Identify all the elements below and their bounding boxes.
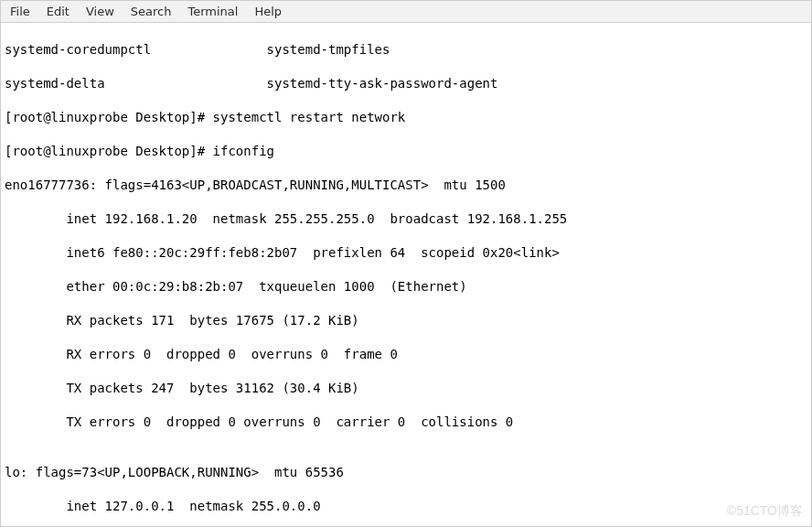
output-line: RX packets 171 bytes 17675 (17.2 KiB) (5, 312, 807, 328)
output-line: RX errors 0 dropped 0 overruns 0 frame 0 (5, 346, 807, 362)
output-line: TX errors 0 dropped 0 overruns 0 carrier… (5, 414, 807, 430)
output-line: systemd-coredumpctl systemd-tmpfiles (5, 41, 807, 58)
output-line: TX packets 247 bytes 31162 (30.4 KiB) (5, 380, 807, 396)
menu-edit[interactable]: Edit (47, 5, 69, 18)
output-line: inet6 fe80::20c:29ff:feb8:2b07 prefixlen… (5, 244, 807, 261)
output-line: eno16777736: flags=4163<UP,BROADCAST,RUN… (5, 177, 807, 193)
menu-help[interactable]: Help (254, 5, 282, 18)
prompt-line: [root@linuxprobe Desktop]# ifconfig (5, 143, 807, 159)
menu-file[interactable]: File (10, 5, 30, 18)
menu-terminal[interactable]: Terminal (187, 5, 238, 18)
menu-view[interactable]: View (86, 5, 114, 18)
output-line: lo: flags=73<UP,LOOPBACK,RUNNING> mtu 65… (5, 464, 807, 480)
menubar: File Edit View Search Terminal Help (1, 1, 811, 23)
menu-search[interactable]: Search (131, 5, 172, 18)
output-line: inet 192.168.1.20 netmask 255.255.255.0 … (5, 210, 807, 227)
output-line: inet 127.0.0.1 netmask 255.0.0.0 (5, 498, 807, 514)
prompt-line: [root@linuxprobe Desktop]# systemctl res… (5, 109, 807, 125)
output-line: systemd-delta systemd-tty-ask-password-a… (5, 75, 807, 91)
output-line: ether 00:0c:29:b8:2b:07 txqueuelen 1000 … (5, 278, 807, 295)
terminal-output[interactable]: systemd-coredumpctl systemd-tmpfiles sys… (1, 23, 811, 527)
